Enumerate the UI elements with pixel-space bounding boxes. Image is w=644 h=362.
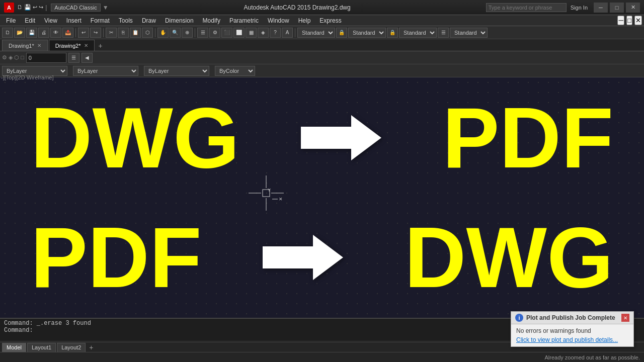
- sign-in-btn[interactable]: Sign In: [571, 5, 588, 11]
- layer-prev[interactable]: ◀: [82, 53, 93, 63]
- scale-lock[interactable]: 🔒: [336, 28, 347, 38]
- notification-message: No errors or warnings found: [516, 327, 628, 334]
- linetype-dropdown[interactable]: ByLayer: [73, 66, 138, 76]
- tool4[interactable]: ◈: [258, 28, 269, 38]
- print-btn[interactable]: 🖨: [38, 28, 49, 38]
- label-pdf-bottom: PDF: [31, 215, 202, 300]
- zoom2-btn[interactable]: ⊕: [182, 28, 193, 38]
- workspace-selector[interactable]: AutoCAD Classic: [51, 4, 100, 12]
- notification-header: i Plot and Publish Job Complete ✕: [511, 312, 633, 324]
- workspace-scale[interactable]: Standard: [399, 28, 437, 38]
- menu-file[interactable]: File: [2, 16, 20, 25]
- svg-text:✕: ✕: [279, 197, 283, 202]
- sep1: [75, 28, 76, 37]
- tool3[interactable]: ▦: [246, 28, 257, 38]
- props-btn[interactable]: ⚙: [209, 28, 220, 38]
- arrow-bottom: [263, 232, 343, 283]
- vp-lock[interactable]: 🔒: [387, 28, 398, 38]
- menu-parametric[interactable]: Parametric: [225, 16, 263, 25]
- inner-minimize[interactable]: ─: [617, 16, 624, 25]
- tool2[interactable]: ⬜: [233, 28, 245, 38]
- label-dwg-bottom: DWG: [405, 215, 613, 300]
- menu-draw[interactable]: Draw: [138, 16, 160, 25]
- search-input[interactable]: [486, 3, 567, 12]
- add-layout-btn[interactable]: +: [87, 343, 96, 352]
- menu-express[interactable]: Express: [315, 16, 345, 25]
- sep5: [295, 28, 295, 37]
- svg-marker-9: [263, 235, 343, 280]
- menu-tools[interactable]: Tools: [115, 16, 137, 25]
- title-bar: A 🗋 💾 ↩ ↪ | AutoCAD Classic ▼ Autodesk A…: [0, 0, 644, 15]
- notification-popup: i Plot and Publish Job Complete ✕ No err…: [511, 311, 634, 347]
- annotation-scale[interactable]: Standard: [297, 28, 335, 38]
- menu-modify[interactable]: Modify: [199, 16, 224, 25]
- menu-format[interactable]: Format: [87, 16, 114, 25]
- new-btn[interactable]: 🗋: [2, 28, 13, 38]
- ws-btn[interactable]: ☰: [438, 28, 449, 38]
- menu-help[interactable]: Help: [294, 16, 315, 25]
- arrow-top: [301, 113, 381, 163]
- lineweight-dropdown[interactable]: ByLayer: [144, 66, 209, 76]
- zoom-btn[interactable]: 🔍: [170, 28, 181, 38]
- menu-dimension[interactable]: Dimension: [161, 16, 198, 25]
- copy-btn[interactable]: ⎘: [118, 28, 129, 38]
- notification-title: Plot and Publish Job Complete: [526, 314, 615, 321]
- layer-bar: ByLayer ByLayer ByLayer ByColor: [0, 64, 644, 77]
- notification-close-btn[interactable]: ✕: [621, 314, 629, 322]
- close-drawing1[interactable]: ✕: [37, 43, 41, 48]
- viewport-label: -][Top][2D Wireframe]: [1, 74, 54, 80]
- layer-mgr[interactable]: ☰: [68, 53, 79, 63]
- tab-drawing1[interactable]: Drawing1* ✕: [2, 40, 48, 51]
- minimize-button[interactable]: ─: [594, 3, 608, 13]
- sep3: [155, 28, 155, 37]
- open-btn[interactable]: 📂: [14, 28, 25, 38]
- cut-btn[interactable]: ✂: [106, 28, 117, 38]
- tool1[interactable]: ⬛: [221, 28, 232, 38]
- menu-bar: File Edit View Insert Format Tools Draw …: [0, 15, 644, 26]
- viewport-scale[interactable]: Standard: [348, 28, 386, 38]
- canvas-area[interactable]: DWG PDF Y ✕ PDF DWG: [0, 77, 644, 318]
- close-button[interactable]: ✕: [626, 3, 640, 13]
- preview-btn[interactable]: 👁: [50, 28, 61, 38]
- final-dropdown[interactable]: Standard: [450, 28, 488, 38]
- label-dwg-top: DWG: [31, 95, 239, 180]
- save-btn[interactable]: 💾: [26, 28, 37, 38]
- info-icon: i: [515, 314, 523, 322]
- maximize-button[interactable]: □: [610, 3, 624, 13]
- paste-btn[interactable]: 📋: [130, 28, 141, 38]
- quick-access[interactable]: 🗋 💾 ↩ ↪: [17, 4, 43, 11]
- color-dropdown[interactable]: ByColor: [215, 66, 255, 76]
- document-tabs: Drawing1* ✕ Drawing2* ✕ +: [0, 39, 644, 51]
- inner-restore[interactable]: □: [626, 16, 632, 25]
- status-bar: Already zoomed out as far as possible.: [0, 352, 644, 362]
- help-btn[interactable]: ?: [270, 28, 281, 38]
- sep2: [103, 28, 104, 37]
- tab-drawing2[interactable]: Drawing2* ✕: [49, 40, 95, 51]
- menu-edit[interactable]: Edit: [21, 16, 39, 25]
- status-text: Already zoomed out as far as possible.: [544, 354, 640, 360]
- redo-btn[interactable]: ↪: [90, 28, 101, 38]
- notification-link[interactable]: Click to view plot and publish details..…: [516, 336, 618, 343]
- pan-btn[interactable]: ✋: [157, 28, 169, 38]
- close-drawing2[interactable]: ✕: [84, 43, 88, 48]
- menu-insert[interactable]: Insert: [62, 16, 86, 25]
- menu-view[interactable]: View: [40, 16, 61, 25]
- menu-window[interactable]: Window: [264, 16, 293, 25]
- text-btn[interactable]: A: [282, 28, 293, 38]
- prop-icons: ⚙ ◈ ⬡ □: [2, 54, 24, 61]
- layer-input[interactable]: [26, 53, 66, 63]
- inner-close[interactable]: ✕: [634, 16, 642, 25]
- tab-layout1[interactable]: Layout1: [27, 343, 56, 352]
- layer-btn[interactable]: ☰: [197, 28, 208, 38]
- main-toolbar: 🗋 📂 💾 🖨 👁 📤 ↩ ↪ ✂ ⎘ 📋 ⬡ ✋ 🔍 ⊕ ☰ ⚙ ⬛ ⬜ ▦ …: [0, 26, 644, 39]
- sep4: [195, 28, 195, 37]
- tab-model[interactable]: Model: [2, 343, 26, 352]
- tab-layout2[interactable]: Layout2: [57, 343, 86, 352]
- undo-btn[interactable]: ↩: [78, 28, 89, 38]
- notification-body: No errors or warnings found Click to vie…: [511, 324, 633, 346]
- new-tab-btn[interactable]: +: [96, 41, 106, 51]
- window-title: Autodesk AutoCAD 2015 Drawing2.dwg: [109, 4, 486, 11]
- app-icon: A: [4, 3, 14, 13]
- publish-btn[interactable]: 📤: [62, 28, 73, 38]
- match-btn[interactable]: ⬡: [142, 28, 153, 38]
